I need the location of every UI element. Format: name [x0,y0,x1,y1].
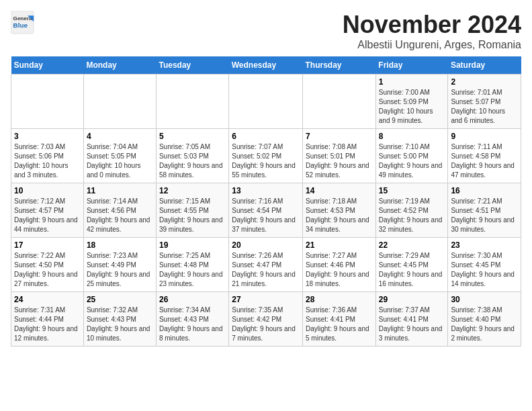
calendar-cell: 3Sunrise: 7:03 AM Sunset: 5:06 PM Daylig… [11,129,84,183]
calendar-cell: 2Sunrise: 7:01 AM Sunset: 5:07 PM Daylig… [448,75,521,129]
header-day-wednesday: Wednesday [229,56,303,75]
calendar-week-3: 10Sunrise: 7:12 AM Sunset: 4:57 PM Dayli… [11,183,521,238]
calendar-cell: 7Sunrise: 7:08 AM Sunset: 5:01 PM Daylig… [303,129,376,183]
day-info: Sunrise: 7:19 AM Sunset: 4:52 PM Dayligh… [379,197,445,234]
day-info: Sunrise: 7:36 AM Sunset: 4:41 PM Dayligh… [306,306,373,343]
calendar-cell: 15Sunrise: 7:19 AM Sunset: 4:52 PM Dayli… [375,183,448,238]
day-info: Sunrise: 7:10 AM Sunset: 5:00 PM Dayligh… [379,142,445,180]
page-header: General Blue November 2024 Albestii Ungu… [11,11,521,51]
day-number: 2 [451,77,518,87]
day-info: Sunrise: 7:27 AM Sunset: 4:46 PM Dayligh… [306,251,373,289]
calendar-cell: 18Sunrise: 7:23 AM Sunset: 4:49 PM Dayli… [83,238,156,292]
day-number: 27 [232,295,300,304]
day-number: 1 [379,77,445,87]
day-info: Sunrise: 7:01 AM Sunset: 5:07 PM Dayligh… [451,88,518,126]
header-day-saturday: Saturday [448,56,521,75]
day-info: Sunrise: 7:07 AM Sunset: 5:02 PM Dayligh… [232,142,300,180]
calendar-cell: 25Sunrise: 7:32 AM Sunset: 4:43 PM Dayli… [83,292,156,347]
calendar-cell: 6Sunrise: 7:07 AM Sunset: 5:02 PM Daylig… [229,129,303,183]
calendar-cell: 29Sunrise: 7:37 AM Sunset: 4:41 PM Dayli… [375,292,448,347]
calendar-header-row: SundayMondayTuesdayWednesdayThursdayFrid… [11,56,521,75]
header-day-sunday: Sunday [11,56,84,75]
calendar-cell [83,75,156,129]
calendar-week-2: 3Sunrise: 7:03 AM Sunset: 5:06 PM Daylig… [11,129,521,183]
day-number: 17 [14,240,81,250]
calendar-cell [156,75,228,129]
day-number: 21 [306,240,373,250]
calendar-cell: 26Sunrise: 7:34 AM Sunset: 4:43 PM Dayli… [156,292,228,347]
day-number: 6 [232,132,300,141]
day-info: Sunrise: 7:21 AM Sunset: 4:51 PM Dayligh… [451,197,518,234]
day-info: Sunrise: 7:00 AM Sunset: 5:09 PM Dayligh… [379,88,445,126]
calendar-cell: 16Sunrise: 7:21 AM Sunset: 4:51 PM Dayli… [448,183,521,238]
calendar-cell: 17Sunrise: 7:22 AM Sunset: 4:50 PM Dayli… [11,238,84,292]
day-number: 5 [159,132,226,141]
day-number: 22 [379,240,445,250]
day-number: 15 [379,186,445,195]
calendar-cell: 5Sunrise: 7:05 AM Sunset: 5:03 PM Daylig… [156,129,228,183]
calendar-cell [229,75,303,129]
day-number: 4 [87,132,153,141]
day-number: 28 [306,295,373,304]
header-day-tuesday: Tuesday [156,56,228,75]
calendar-cell: 20Sunrise: 7:26 AM Sunset: 4:47 PM Dayli… [229,238,303,292]
day-number: 10 [14,186,81,195]
calendar-cell: 9Sunrise: 7:11 AM Sunset: 4:58 PM Daylig… [448,129,521,183]
day-info: Sunrise: 7:23 AM Sunset: 4:49 PM Dayligh… [87,251,153,289]
day-info: Sunrise: 7:32 AM Sunset: 4:43 PM Dayligh… [87,306,153,343]
day-number: 3 [14,132,81,141]
day-info: Sunrise: 7:18 AM Sunset: 4:53 PM Dayligh… [306,197,373,234]
calendar-cell: 10Sunrise: 7:12 AM Sunset: 4:57 PM Dayli… [11,183,84,238]
day-info: Sunrise: 7:14 AM Sunset: 4:56 PM Dayligh… [87,197,153,234]
calendar-cell: 30Sunrise: 7:38 AM Sunset: 4:40 PM Dayli… [448,292,521,347]
day-info: Sunrise: 7:11 AM Sunset: 4:58 PM Dayligh… [451,142,518,180]
day-info: Sunrise: 7:04 AM Sunset: 5:05 PM Dayligh… [87,142,153,180]
day-number: 13 [232,186,300,195]
calendar-cell: 12Sunrise: 7:15 AM Sunset: 4:55 PM Dayli… [156,183,228,238]
calendar-cell: 8Sunrise: 7:10 AM Sunset: 5:00 PM Daylig… [375,129,448,183]
title-section: November 2024 Albestii Ungureni, Arges, … [343,11,521,51]
header-day-thursday: Thursday [303,56,376,75]
day-number: 29 [379,295,445,304]
day-number: 25 [87,295,153,304]
calendar-cell: 19Sunrise: 7:25 AM Sunset: 4:48 PM Dayli… [156,238,228,292]
day-number: 20 [232,240,300,250]
calendar-cell: 14Sunrise: 7:18 AM Sunset: 4:53 PM Dayli… [303,183,376,238]
day-info: Sunrise: 7:15 AM Sunset: 4:55 PM Dayligh… [159,197,226,234]
day-number: 11 [87,186,153,195]
header-day-monday: Monday [83,56,156,75]
day-number: 19 [159,240,226,250]
calendar-week-5: 24Sunrise: 7:31 AM Sunset: 4:44 PM Dayli… [11,292,521,347]
day-info: Sunrise: 7:25 AM Sunset: 4:48 PM Dayligh… [159,251,226,289]
calendar-cell: 4Sunrise: 7:04 AM Sunset: 5:05 PM Daylig… [83,129,156,183]
day-info: Sunrise: 7:30 AM Sunset: 4:45 PM Dayligh… [451,251,518,289]
calendar-table: SundayMondayTuesdayWednesdayThursdayFrid… [11,56,521,347]
calendar-cell: 1Sunrise: 7:00 AM Sunset: 5:09 PM Daylig… [375,75,448,129]
logo: General Blue [11,11,35,35]
day-number: 9 [451,132,518,141]
day-info: Sunrise: 7:22 AM Sunset: 4:50 PM Dayligh… [14,251,81,289]
day-info: Sunrise: 7:12 AM Sunset: 4:57 PM Dayligh… [14,197,81,234]
day-number: 16 [451,186,518,195]
calendar-cell: 27Sunrise: 7:35 AM Sunset: 4:42 PM Dayli… [229,292,303,347]
day-number: 12 [159,186,226,195]
day-number: 18 [87,240,153,250]
calendar-week-4: 17Sunrise: 7:22 AM Sunset: 4:50 PM Dayli… [11,238,521,292]
day-info: Sunrise: 7:34 AM Sunset: 4:43 PM Dayligh… [159,306,226,343]
month-title: November 2024 [343,11,521,39]
calendar-cell: 11Sunrise: 7:14 AM Sunset: 4:56 PM Dayli… [83,183,156,238]
day-number: 26 [159,295,226,304]
day-info: Sunrise: 7:26 AM Sunset: 4:47 PM Dayligh… [232,251,300,289]
day-info: Sunrise: 7:35 AM Sunset: 4:42 PM Dayligh… [232,306,300,343]
calendar-cell: 24Sunrise: 7:31 AM Sunset: 4:44 PM Dayli… [11,292,84,347]
day-info: Sunrise: 7:08 AM Sunset: 5:01 PM Dayligh… [306,142,373,180]
day-info: Sunrise: 7:29 AM Sunset: 4:45 PM Dayligh… [379,251,445,289]
day-number: 30 [451,295,518,304]
day-number: 7 [306,132,373,141]
day-number: 24 [14,295,81,304]
day-info: Sunrise: 7:37 AM Sunset: 4:41 PM Dayligh… [379,306,445,343]
calendar-cell: 22Sunrise: 7:29 AM Sunset: 4:45 PM Dayli… [375,238,448,292]
calendar-cell [303,75,376,129]
logo-icon: General Blue [11,11,35,35]
location-subtitle: Albestii Ungureni, Arges, Romania [343,39,521,51]
